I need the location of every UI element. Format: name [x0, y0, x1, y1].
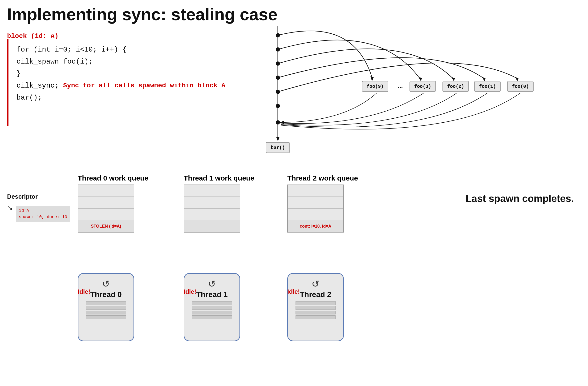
code-line-5: bar(); — [7, 92, 225, 104]
svg-marker-10 — [370, 77, 374, 81]
queue-1-row-3 — [184, 208, 240, 220]
queue-1-label: Thread 1 work queue — [184, 174, 254, 182]
svg-text:...: ... — [398, 82, 403, 89]
queue-2-row-2 — [288, 197, 343, 208]
thread-2-idle: Idle! — [287, 288, 300, 295]
code-line-2: cilk_spawn foo(i); — [7, 56, 225, 68]
thread-0-idle: Idle! — [78, 288, 90, 295]
sync-comment: Sync for all calls spawned within block … — [63, 80, 225, 91]
svg-text:foo(9): foo(9) — [367, 84, 384, 89]
thread-2-wrapper: ↺ Thread 2 Idle! — [287, 273, 300, 284]
code-label: block (id: A) — [7, 31, 225, 42]
thread-1-idle: Idle! — [184, 288, 196, 295]
thread-0-name: Thread 0 — [90, 290, 122, 299]
queue-0-bottom: STOLEN (id=A) — [78, 220, 134, 232]
svg-text:bar(): bar() — [271, 145, 285, 150]
code-line-3: } — [7, 68, 225, 80]
queue-0-row-2 — [78, 197, 134, 208]
thread-1-lines — [192, 301, 232, 320]
svg-marker-2 — [276, 137, 279, 141]
svg-marker-11 — [419, 77, 422, 81]
work-queue-2: cont: i=10, id=A — [287, 184, 344, 233]
svg-marker-12 — [452, 77, 455, 81]
thread-2-icon: ↺ — [312, 278, 319, 289]
descriptor-arrow-icon: ↘ — [7, 204, 13, 212]
thread-0-box: ↺ Thread 0 — [78, 273, 134, 341]
thread-1-box: ↺ Thread 1 — [184, 273, 240, 341]
code-sync-keyword: cilk_sync; — [17, 80, 59, 92]
work-queue-0: STOLEN (id=A) — [78, 184, 134, 233]
svg-marker-13 — [482, 77, 485, 81]
svg-point-8 — [276, 104, 280, 108]
queue-0-label: Thread 0 work queue — [78, 174, 148, 182]
thread-2-lines — [295, 301, 336, 320]
queue-1-bottom — [184, 220, 240, 232]
queue-2-row-3 — [288, 208, 343, 220]
last-spawn-text: Last spawn completes. — [465, 193, 574, 204]
svg-text:foo(1): foo(1) — [479, 84, 496, 89]
thread-0-lines — [86, 301, 126, 320]
svg-marker-15 — [280, 121, 284, 124]
descriptor-line1: id=A — [19, 208, 29, 213]
thread-1-name: Thread 1 — [196, 290, 228, 299]
code-sync-line: cilk_sync; Sync for all calls spawned wi… — [7, 80, 225, 92]
dag-area: foo(9) ... foo(3) foo(2) foo(1) foo(0) b… — [212, 23, 553, 165]
descriptor-label: Descriptor — [7, 193, 70, 200]
work-queue-1 — [184, 184, 240, 233]
thread-2-box: ↺ Thread 2 — [287, 273, 344, 341]
svg-marker-14 — [515, 77, 519, 81]
queue-1-row-2 — [184, 197, 240, 208]
queue-2-bottom: cont: i=10, id=A — [288, 220, 343, 232]
code-block: block (id: A) for (int i=0; i<10; i++) {… — [7, 31, 225, 104]
queue-0-row-3 — [78, 208, 134, 220]
queue-col-0: Thread 0 work queue STOLEN (id=A) — [78, 174, 148, 233]
thread-1-wrapper: ↺ Thread 1 Idle! — [184, 273, 196, 284]
queue-2-label: Thread 2 work queue — [287, 174, 358, 182]
thread-0-icon: ↺ — [102, 278, 110, 289]
svg-text:foo(2): foo(2) — [447, 84, 464, 89]
code-line-1: for (int i=0; i<10; i++) { — [7, 44, 225, 56]
queue-col-1: Thread 1 work queue — [184, 174, 254, 233]
queue-2-row-1 — [288, 185, 343, 197]
queue-0-row-1 — [78, 185, 134, 197]
descriptor-area: Descriptor ↘ id=A spawn: 10, done: 10 — [7, 193, 70, 222]
queue-col-2: Thread 2 work queue cont: i=10, id=A — [287, 174, 358, 233]
descriptor-box: id=A spawn: 10, done: 10 — [16, 206, 70, 222]
svg-text:foo(3): foo(3) — [414, 84, 431, 89]
thread-1-icon: ↺ — [208, 278, 216, 289]
thread-2-name: Thread 2 — [300, 290, 331, 299]
dag-svg: foo(9) ... foo(3) foo(2) foo(1) foo(0) b… — [212, 23, 553, 160]
descriptor-line2: spawn: 10, done: 10 — [19, 215, 67, 219]
queue-1-row-1 — [184, 185, 240, 197]
page-title: Implementing sync: stealing case — [7, 5, 277, 24]
thread-0-wrapper: ↺ Thread 0 Idle! — [78, 273, 90, 284]
svg-point-9 — [276, 120, 280, 124]
svg-text:foo(0): foo(0) — [512, 84, 529, 89]
